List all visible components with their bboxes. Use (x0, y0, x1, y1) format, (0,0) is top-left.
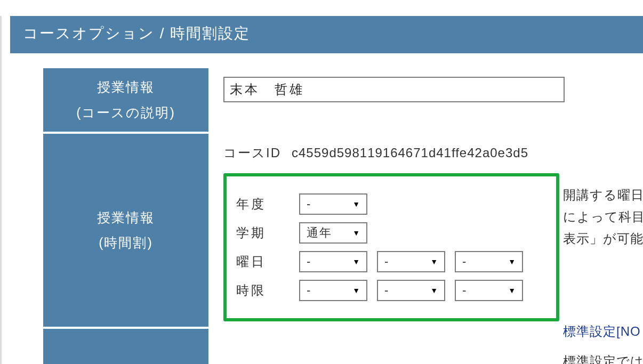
help-text-block-2: 標準設定[NO (563, 321, 641, 343)
day-select-2[interactable]: - ▼ (377, 251, 445, 272)
day-select-3-value: - (462, 255, 467, 269)
day-label: 曜日 (236, 253, 299, 270)
period-select-2[interactable]: - ▼ (377, 280, 445, 301)
instructor-name-box: 末本 哲雄 (223, 77, 565, 102)
field-row-period: 時限 - ▼ - ▼ (236, 280, 540, 301)
chevron-down-icon: ▼ (352, 200, 361, 208)
period-select-1-value: - (307, 284, 311, 297)
row-label-line1: 授業情報 (97, 79, 155, 94)
course-id-label: コースID (223, 144, 292, 161)
day-select-2-value: - (384, 255, 389, 269)
field-row-day: 曜日 - ▼ - ▼ (236, 251, 540, 272)
row-next (43, 328, 643, 364)
row-course-description: 授業情報 (コースの説明) 末本 哲雄 (43, 68, 643, 133)
year-label: 年度 (236, 196, 299, 213)
field-row-year: 年度 - ▼ (236, 193, 540, 215)
page-title: コースオプション / 時間割設定 (23, 25, 250, 42)
help-text-1: 開講する曜日 (563, 188, 643, 202)
field-row-term: 学期 通年 ▼ (236, 222, 540, 244)
row-label-next (43, 328, 208, 364)
course-id-value: c4559d598119164671d41ffe42a0e3d5 (292, 145, 528, 160)
day-select-1[interactable]: - ▼ (299, 251, 367, 272)
help-text-2: によって科目 (563, 209, 643, 224)
instructor-name: 末本 哲雄 (230, 82, 304, 96)
period-select-1[interactable]: - ▼ (299, 280, 367, 301)
timetable-highlight-frame: 年度 - ▼ 学期 (223, 173, 559, 321)
chevron-down-icon: ▼ (430, 257, 439, 266)
page-header: コースオプション / 時間割設定 (10, 16, 643, 53)
help-text-block-1: 開講する曜日 によって科目 表示」が可能 (563, 184, 643, 249)
term-select-value: 通年 (307, 225, 332, 241)
term-select[interactable]: 通年 ▼ (299, 222, 367, 244)
day-select-3[interactable]: - ▼ (455, 251, 523, 272)
help-text-block-3: 標準設定では (563, 351, 643, 364)
chevron-down-icon: ▼ (508, 286, 517, 295)
day-select-1-value: - (307, 255, 311, 269)
period-label: 時限 (236, 282, 299, 299)
course-id-row: コースID c4559d598119164671d41ffe42a0e3d5 (223, 144, 643, 161)
chevron-down-icon: ▼ (352, 286, 361, 295)
chevron-down-icon: ▼ (508, 257, 517, 266)
row-timetable: 授業情報 (時間割) コースID c4559d598119164671d41ff… (43, 133, 643, 328)
row-label-line2: (コースの説明) (76, 105, 175, 120)
period-select-2-value: - (384, 284, 389, 297)
chevron-down-icon: ▼ (352, 229, 361, 237)
row-label-line2: (時間割) (99, 235, 153, 250)
year-select[interactable]: - ▼ (299, 193, 367, 215)
chevron-down-icon: ▼ (430, 286, 439, 295)
row-label-description: 授業情報 (コースの説明) (43, 68, 208, 133)
period-select-3[interactable]: - ▼ (455, 280, 523, 301)
period-select-3-value: - (462, 284, 467, 297)
settings-table: 授業情報 (コースの説明) 末本 哲雄 授業情報 (時間割) (43, 68, 643, 364)
help-text-3: 表示」が可能 (563, 231, 643, 246)
year-select-value: - (307, 197, 311, 211)
term-label: 学期 (236, 224, 299, 241)
row-label-timetable: 授業情報 (時間割) (43, 133, 208, 328)
chevron-down-icon: ▼ (352, 257, 361, 266)
row-label-line1: 授業情報 (97, 210, 155, 225)
help-text-5: 標準設定では (563, 354, 643, 364)
help-text-4: 標準設定[NO (563, 324, 641, 338)
